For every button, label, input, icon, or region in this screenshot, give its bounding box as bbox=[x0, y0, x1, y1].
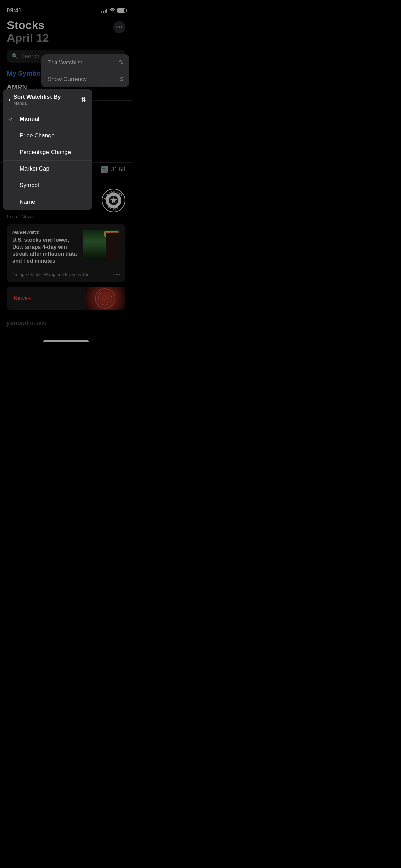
signal-icon bbox=[101, 8, 107, 13]
edit-watchlist-item[interactable]: Edit Watchlist ✎ bbox=[41, 54, 129, 71]
status-time: 09:41 bbox=[7, 7, 21, 14]
app-title: Stocks bbox=[7, 19, 49, 32]
svg-text:EDITION: EDITION bbox=[106, 204, 119, 210]
sort-menu-title: Sort Watchlist By bbox=[13, 94, 61, 100]
svg-text:SUBSCRIBER: SUBSCRIBER bbox=[104, 191, 123, 200]
sort-option-label: Market Cap bbox=[20, 165, 49, 172]
yahoo-finance-footer: yahoo! finance bbox=[0, 314, 132, 332]
sort-option-manual[interactable]: ✓ Manual bbox=[3, 111, 92, 127]
header-title: Stocks April 12 bbox=[7, 19, 49, 44]
news-plus-thumbnail bbox=[85, 287, 125, 310]
sort-option-label: Percentage Change bbox=[20, 149, 71, 156]
sort-option-label: Manual bbox=[20, 116, 40, 122]
svg-point-0 bbox=[112, 11, 113, 12]
sort-option-market-cap[interactable]: Market Cap bbox=[3, 161, 92, 177]
header: Stocks April 12 bbox=[0, 16, 132, 44]
three-dots-icon bbox=[116, 26, 122, 28]
battery-icon bbox=[117, 8, 125, 13]
wifi-icon bbox=[109, 8, 115, 13]
subscriber-badge: SUBSCRIBER EDITION bbox=[102, 189, 125, 212]
home-indicator-area bbox=[0, 332, 132, 349]
sort-current-value: Manual bbox=[13, 101, 61, 106]
news-headline: U.S. stocks end lower, Dow snaps 4-day w… bbox=[12, 237, 79, 265]
news-source: MarketWatch bbox=[12, 230, 79, 235]
more-button[interactable] bbox=[113, 21, 125, 33]
sort-option-label: Name bbox=[20, 199, 35, 205]
from-apple-news: From News bbox=[7, 214, 125, 219]
news-thumbnail: WHOA THAT'SLOW! bbox=[83, 230, 120, 260]
stock-price: 31.58 bbox=[111, 166, 125, 173]
app-date: April 12 bbox=[7, 32, 49, 44]
back-chevron-icon: ‹ bbox=[9, 97, 11, 103]
status-icons bbox=[101, 8, 125, 13]
show-currency-label: Show Currency bbox=[47, 76, 87, 83]
sort-option-symbol[interactable]: Symbol bbox=[3, 177, 92, 194]
sort-option-price-change[interactable]: Price Change bbox=[3, 127, 92, 144]
edit-icon: ✎ bbox=[119, 59, 123, 66]
sort-option-label: Price Change bbox=[20, 132, 55, 139]
subscriber-text-arc: SUBSCRIBER EDITION bbox=[102, 189, 126, 213]
status-bar: 09:41 bbox=[0, 0, 132, 16]
news-more-button[interactable] bbox=[114, 274, 120, 275]
sort-submenu[interactable]: ‹ Sort Watchlist By Manual ⇅ ✓ Manual Pr… bbox=[3, 89, 92, 210]
my-symbols-label: My Symbols bbox=[7, 70, 46, 77]
from-label: From bbox=[7, 214, 19, 219]
context-menu[interactable]: Edit Watchlist ✎ Show Currency $ bbox=[41, 54, 129, 87]
news-plus-card[interactable]: News+ bbox=[7, 287, 125, 310]
home-indicator bbox=[43, 340, 89, 342]
sort-option-label: Symbol bbox=[20, 182, 39, 189]
sort-order-icon[interactable]: ⇅ bbox=[81, 96, 86, 103]
news-card[interactable]: MarketWatch U.S. stocks end lower, Dow s… bbox=[7, 224, 125, 282]
currency-icon: $ bbox=[120, 76, 123, 83]
checkmark-icon: ✓ bbox=[9, 116, 16, 122]
apple-news-label: News bbox=[21, 214, 34, 219]
sort-option-percentage-change[interactable]: Percentage Change bbox=[3, 144, 92, 161]
news-plus-label: News+ bbox=[14, 295, 31, 301]
edit-watchlist-label: Edit Watchlist bbox=[47, 59, 82, 66]
search-icon: 🔍 bbox=[12, 53, 18, 59]
sort-option-name[interactable]: Name bbox=[3, 194, 92, 210]
news-timestamp: 4m ago • Isabel Wang and Frances Yue bbox=[12, 272, 90, 277]
yahoo-logo-text: yahoo! bbox=[7, 320, 27, 327]
sort-header[interactable]: ‹ Sort Watchlist By Manual ⇅ bbox=[3, 89, 92, 111]
chart-icon: 📉 bbox=[101, 166, 108, 173]
show-currency-item[interactable]: Show Currency $ bbox=[41, 71, 129, 87]
yahoo-finance-text: finance bbox=[27, 320, 46, 327]
